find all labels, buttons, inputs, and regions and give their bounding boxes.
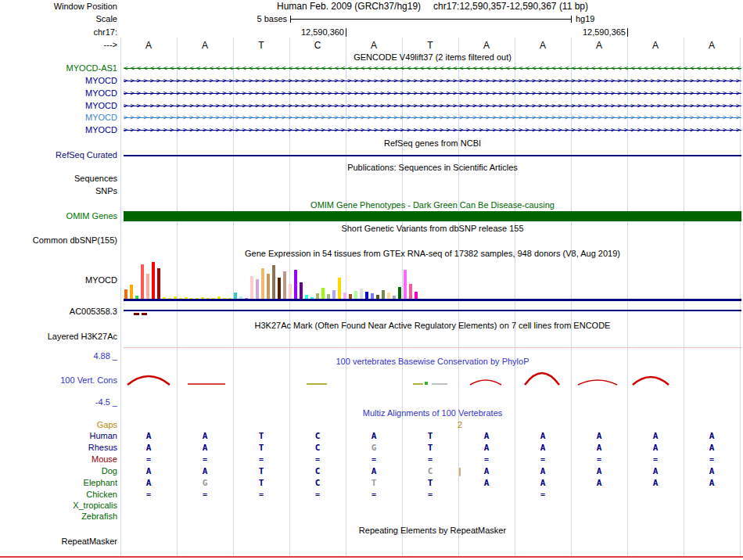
aln-rhesus-col1: A: [146, 443, 152, 454]
aln-rhesus-col5: G: [372, 443, 377, 454]
species-label-rhesus[interactable]: Rhesus: [0, 443, 117, 453]
track-label-repeatmasker[interactable]: RepeatMasker: [0, 537, 117, 547]
aln-dog-col8: A: [540, 466, 546, 477]
aln-chicken-col3: =: [259, 490, 264, 501]
aln-mouse-col11: =: [709, 454, 714, 465]
aln-chicken-col2: =: [203, 490, 207, 501]
alignment-row-chicken[interactable]: =======: [124, 490, 741, 501]
repeatmasker-track-title: Repeating Elements by RepeatMasker: [124, 526, 741, 536]
aln-rhesus-col6: T: [428, 443, 433, 454]
aln-human-col11: A: [709, 431, 715, 442]
aln-dog-col2: A: [203, 466, 208, 477]
aln-mouse-col8: =: [540, 454, 545, 465]
species-label-chicken[interactable]: Chicken: [0, 490, 117, 500]
alignment-row-zebrafish[interactable]: [124, 512, 741, 522]
aln-human-col6: T: [428, 431, 433, 442]
aln-rhesus-col2: A: [203, 443, 208, 454]
aln-mouse-col4: =: [315, 454, 320, 465]
aln-mouse-col9: =: [597, 454, 601, 465]
aln-human-col1: A: [146, 431, 152, 442]
aln-mouse-col5: =: [372, 454, 376, 465]
alignment-row-x_tropicalis[interactable]: [124, 501, 741, 512]
aln-elephant-col3: T: [259, 478, 264, 489]
genome-browser-view: Window Position Human Feb. 2009 (GRCh37/…: [0, 0, 743, 560]
aln-elephant-col7: A: [484, 478, 490, 489]
aln-elephant-col8: A: [540, 478, 546, 489]
aln-elephant-col1: A: [146, 478, 152, 489]
aln-dog-col5: A: [372, 466, 377, 477]
aln-elephant-col5: T: [372, 478, 377, 489]
aln-insert-dog: |: [458, 466, 463, 477]
species-label-x_tropicalis[interactable]: X_tropicalis: [0, 501, 117, 511]
aln-mouse-col7: =: [484, 454, 489, 465]
aln-rhesus-col10: A: [653, 443, 659, 454]
aln-dog-col11: A: [709, 466, 715, 477]
aln-chicken-col1: =: [146, 490, 151, 501]
aln-rhesus-col3: T: [259, 443, 264, 454]
alignment-row-mouse[interactable]: ===========: [124, 454, 741, 465]
aln-rhesus-col11: A: [709, 443, 715, 454]
aln-dog-col9: A: [597, 466, 602, 477]
species-label-mouse[interactable]: Mouse: [0, 454, 117, 465]
alignment-row-human[interactable]: AATCATAAAAA: [124, 431, 741, 442]
aln-chicken-col5: =: [372, 490, 376, 501]
aln-human-col7: A: [484, 431, 490, 442]
species-label-elephant[interactable]: Elephant: [0, 478, 117, 488]
aln-chicken-col6: =: [428, 490, 433, 501]
aln-mouse-col1: =: [146, 454, 151, 465]
aln-chicken-col8: =: [540, 490, 545, 501]
aln-human-col10: A: [653, 431, 659, 442]
aln-mouse-col2: =: [203, 454, 207, 465]
aln-mouse-col6: =: [428, 454, 433, 465]
multiz-alignment: HumanAATCATAAAAARhesusAATCGTAAAAAMouse==…: [0, 0, 743, 560]
aln-dog-col10: A: [653, 466, 659, 477]
aln-chicken-col4: =: [315, 490, 320, 501]
aln-elephant-col11: A: [709, 478, 715, 489]
aln-dog-col3: T: [259, 466, 264, 477]
alignment-row-elephant[interactable]: AGTCTTAAAAA: [124, 478, 741, 489]
alignment-row-rhesus[interactable]: AATCGTAAAAA: [124, 443, 741, 454]
aln-dog-col1: A: [146, 466, 152, 477]
aln-mouse-col10: =: [653, 454, 658, 465]
aln-rhesus-col9: A: [597, 443, 602, 454]
aln-elephant-col9: A: [597, 478, 602, 489]
bottom-border-line: [0, 556, 743, 558]
aln-rhesus-col7: A: [484, 443, 490, 454]
aln-rhesus-col8: A: [540, 443, 546, 454]
aln-elephant-col10: A: [653, 478, 659, 489]
aln-human-col3: T: [259, 431, 264, 442]
species-label-dog[interactable]: Dog: [0, 466, 117, 476]
aln-elephant-col6: T: [428, 478, 433, 489]
species-label-human[interactable]: Human: [0, 431, 117, 441]
alignment-row-dog[interactable]: AATCACAAAAA|: [124, 466, 741, 477]
species-label-zebrafish[interactable]: Zebrafish: [0, 512, 117, 522]
aln-elephant-col4: C: [315, 478, 321, 489]
aln-human-col2: A: [203, 431, 208, 442]
aln-human-col9: A: [597, 431, 602, 442]
aln-dog-col6: C: [428, 466, 433, 477]
aln-human-col5: A: [372, 431, 377, 442]
aln-dog-col7: A: [484, 466, 490, 477]
aln-dog-col4: C: [315, 466, 321, 477]
aln-human-col8: A: [540, 431, 546, 442]
aln-rhesus-col4: C: [315, 443, 321, 454]
aln-mouse-col3: =: [259, 454, 264, 465]
aln-elephant-col2: G: [203, 478, 208, 489]
aln-human-col4: C: [315, 431, 321, 442]
